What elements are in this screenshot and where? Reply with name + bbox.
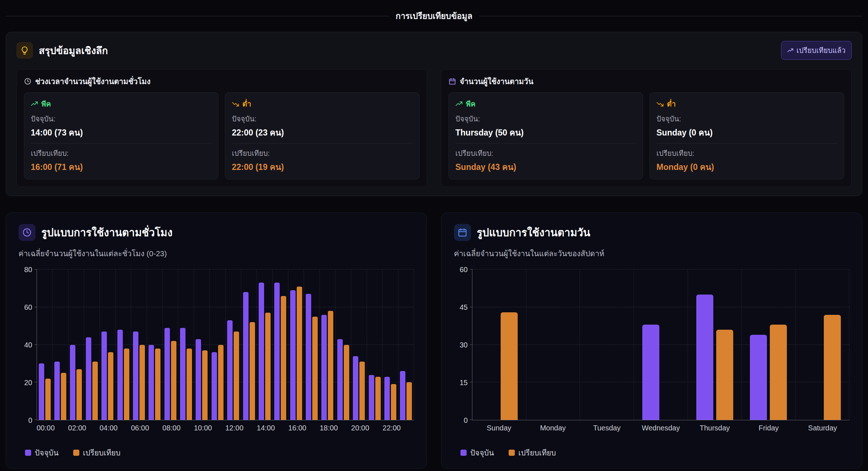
y-axis-tick-label: 30	[454, 341, 468, 349]
plot-column: 00:0002:0004:0006:0008:0010:0012:0014:00…	[37, 270, 414, 432]
insight-panels: ช่วงเวลาจำนวนผู้ใช้งานตามชั่วโมง พีค ปัจ…	[16, 69, 852, 187]
y-axis: 015304560	[454, 270, 472, 420]
bar-slot	[274, 270, 280, 420]
x-axis-tick-label: Sunday	[472, 424, 526, 432]
hourly-usage-chart-card: รูปแบบการใช้งานตามชั่วโมง ค่าเฉลี่ยจำนวน…	[6, 213, 427, 468]
bar-compare	[171, 341, 176, 420]
bar-compare	[202, 350, 208, 420]
legend-item-current: ปัจจุบัน	[460, 447, 494, 459]
hourly-stat-grid: พีค ปัจจุบัน: 14:00 (73 คน) เปรียบเทียบ:…	[24, 92, 420, 179]
x-axis-tick-label	[306, 424, 320, 432]
bar-group	[84, 270, 100, 420]
bar-slot	[86, 270, 91, 420]
bar-current	[337, 339, 343, 420]
compare-value: Monday (0 คน)	[656, 161, 837, 174]
bar-slot	[312, 270, 318, 420]
daily-insight-panel: จำนวนผู้ใช้งานตามวัน พีค ปัจจุบัน: Thurs…	[441, 69, 852, 187]
bar-group	[742, 270, 796, 420]
peak-label: พีค	[466, 98, 476, 110]
x-axis-tick-label: Tuesday	[580, 424, 634, 432]
bar-slot	[770, 270, 787, 420]
bar-compare	[824, 315, 841, 420]
bar-compare	[406, 382, 412, 420]
bar-slot	[384, 270, 390, 420]
bar-compare	[501, 312, 518, 420]
bar-compare	[234, 332, 239, 420]
bar-slot	[164, 270, 170, 420]
bar-slot	[750, 270, 767, 420]
hourly-panel-header: ช่วงเวลาจำนวนผู้ใช้งานตามชั่วโมง	[24, 75, 420, 87]
peak-header: พีค	[455, 98, 636, 110]
y-axis-tick-label: 0	[454, 417, 468, 424]
y-axis-tick-label: 40	[18, 341, 32, 349]
bar-group	[580, 270, 634, 420]
bar-slot	[321, 270, 327, 420]
low-label: ต่ำ	[667, 98, 676, 110]
current-label: ปัจจุบัน:	[31, 113, 212, 125]
y-axis-tick-mark	[470, 345, 472, 345]
bar-compare	[716, 330, 733, 420]
trending-up-icon	[455, 100, 463, 108]
bar-group	[210, 270, 225, 420]
legend-label-compare: เปรียบเทียบ	[518, 447, 556, 459]
compare-label: เปรียบเทียบ:	[232, 147, 413, 159]
bar-slot	[588, 270, 605, 420]
x-axis: 00:0002:0004:0006:0008:0010:0012:0014:00…	[37, 424, 414, 432]
y-axis-tick-mark	[34, 345, 37, 345]
bar-current	[259, 283, 264, 420]
bar-slot	[804, 270, 821, 420]
bar-slot	[400, 270, 405, 420]
bar-group	[37, 270, 53, 420]
compared-badge[interactable]: เปรียบเทียบแล้ว	[781, 41, 852, 60]
bar-current	[86, 337, 91, 420]
bar-slot	[297, 270, 302, 420]
x-axis-tick-label: 20:00	[351, 424, 369, 432]
low-label: ต่ำ	[242, 98, 251, 110]
bar-compare	[265, 313, 271, 420]
x-axis-tick-label: 22:00	[383, 424, 401, 432]
legend-label-current: ปัจจุบัน	[35, 447, 59, 459]
current-value: Sunday (0 คน)	[656, 126, 837, 139]
chart-header: รูปแบบการใช้งานตามชั่วโมง	[18, 224, 414, 241]
bar-slot	[196, 270, 201, 420]
plot-column: SundayMondayTuesdayWednesdayThursdayFrid…	[472, 270, 850, 432]
bar-current	[39, 363, 44, 420]
insight-header: สรุปข้อมูลเชิงลึก เปรียบเทียบแล้ว	[16, 41, 852, 60]
bar-compare	[187, 349, 192, 420]
calendar-icon	[448, 78, 456, 85]
bar-slot	[227, 270, 233, 420]
charts-section: รูปแบบการใช้งานตามชั่วโมง ค่าเฉลี่ยจำนวน…	[6, 213, 862, 468]
x-axis-tick-label: Saturday	[796, 424, 850, 432]
trending-up-icon	[787, 47, 793, 54]
bar-slot	[265, 270, 271, 420]
bar-slot	[642, 270, 659, 420]
y-axis-tick-mark	[34, 382, 37, 382]
x-axis-tick-label	[212, 424, 225, 432]
y-axis: 020406080	[18, 270, 37, 420]
bar-current	[642, 325, 659, 420]
bar-slot	[608, 270, 625, 420]
bar-compare	[218, 345, 224, 420]
bar-current	[321, 315, 327, 420]
legend-swatch-compare	[509, 450, 515, 456]
bar-compare	[344, 345, 349, 420]
bar-compare	[328, 311, 333, 420]
stat-card-daily-peak: พีค ปัจจุบัน: Thursday (50 คน) เปรียบเที…	[448, 92, 643, 179]
legend-item-compare: เปรียบเทียบ	[73, 447, 121, 459]
bar-current	[353, 356, 358, 420]
daily-panel-title: จำนวนผู้ใช้งานตามวัน	[460, 75, 533, 87]
bar-group	[383, 270, 398, 420]
bar-group	[398, 270, 414, 420]
bar-compare	[139, 345, 145, 420]
bar-slot	[54, 270, 60, 420]
bar-slot	[243, 270, 249, 420]
low-header: ต่ำ	[232, 98, 413, 110]
legend-label-compare: เปรียบเทียบ	[83, 447, 121, 459]
y-axis-tick-mark	[470, 382, 472, 382]
bar-slot	[306, 270, 311, 420]
bar-slot	[108, 270, 113, 420]
bar-slot	[259, 270, 264, 420]
bar-slot	[61, 270, 66, 420]
bar-compare	[250, 322, 255, 420]
chart-title: รูปแบบการใช้งานตามชั่วโมง	[41, 224, 172, 241]
